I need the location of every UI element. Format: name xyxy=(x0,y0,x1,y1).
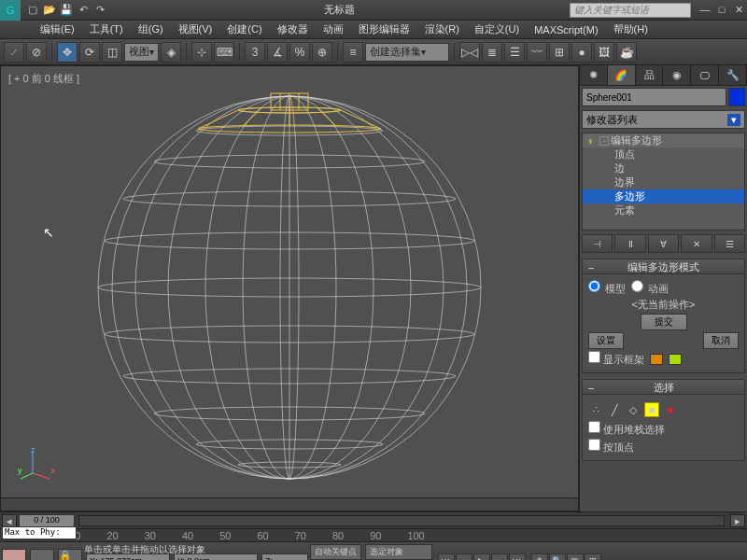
stack-vertex[interactable]: 顶点 xyxy=(583,147,744,161)
cancel-button[interactable]: 取消 xyxy=(703,332,739,349)
menu-help[interactable]: 帮助(H) xyxy=(606,21,655,38)
radio-model[interactable]: 模型 xyxy=(588,280,626,296)
modifier-stack[interactable]: ♀-编辑多边形 顶点 边 边界 多边形 元素 xyxy=(582,133,745,231)
open-icon[interactable]: 📂 xyxy=(42,3,57,18)
show-end-icon[interactable]: Ⅱ xyxy=(614,234,645,253)
radio-anim[interactable]: 动画 xyxy=(631,280,669,296)
menu-anim[interactable]: 动画 xyxy=(316,21,351,38)
menu-create[interactable]: 创建(C) xyxy=(219,21,269,38)
remove-mod-icon[interactable]: ✕ xyxy=(681,234,712,253)
render-setup-icon[interactable]: 🖼 xyxy=(594,42,614,63)
help-search[interactable] xyxy=(570,3,691,18)
viewport-label[interactable]: [ + 0 前 0 线框 ] xyxy=(8,72,79,86)
unique-icon[interactable]: ∀ xyxy=(648,234,679,253)
menu-tools[interactable]: 工具(T) xyxy=(82,21,131,38)
time-next-icon[interactable]: ▸ xyxy=(730,514,745,527)
minimize-icon[interactable]: — xyxy=(698,4,712,17)
menu-grapheditor[interactable]: 图形编辑器 xyxy=(351,21,417,38)
show-cage-checkbox[interactable]: 显示框架 xyxy=(588,351,644,367)
modifier-list-dropdown[interactable]: 修改器列表▾ xyxy=(582,110,745,129)
configure-icon[interactable]: ☰ xyxy=(714,234,745,253)
subobj-polygon-icon[interactable]: ■ xyxy=(644,402,659,417)
schematic-icon[interactable]: ⊞ xyxy=(549,42,570,63)
next-frame-icon[interactable]: ▸ xyxy=(491,553,508,561)
lock-icon[interactable]: 🔒 xyxy=(58,549,82,561)
max-viewport-icon[interactable]: ⊞ xyxy=(585,553,601,561)
use-stack-sel-checkbox[interactable]: 使用堆栈选择 xyxy=(588,421,665,437)
selection-set-dropdown[interactable]: 创建选择集 ▾ xyxy=(365,43,449,62)
subobj-vertex-icon[interactable]: ∴ xyxy=(588,402,603,417)
sphere-wireframe[interactable] xyxy=(93,91,486,485)
percent-snap-icon[interactable]: % xyxy=(289,42,310,63)
status-grid2[interactable] xyxy=(30,549,54,561)
curve-editor-icon[interactable]: 〰 xyxy=(527,42,547,63)
maxscript-listener[interactable]: Max to Phy: xyxy=(2,526,77,539)
object-name-input[interactable] xyxy=(582,88,726,106)
object-color-swatch[interactable] xyxy=(728,88,745,106)
status-grid1[interactable] xyxy=(2,549,26,561)
menu-customize[interactable]: 自定义(U) xyxy=(467,21,527,38)
angle-snap-icon[interactable]: ∡ xyxy=(267,42,288,63)
tab-modify[interactable]: 🌈 xyxy=(608,65,636,85)
zoom-icon[interactable]: 🔍 xyxy=(549,553,566,561)
tab-display[interactable]: 🖵 xyxy=(691,65,719,85)
prev-frame-icon[interactable]: ◂ xyxy=(456,553,472,561)
menu-group[interactable]: 组(G) xyxy=(131,21,171,38)
tab-create[interactable]: ✺ xyxy=(580,65,608,85)
viewport-front[interactable]: [ + 0 前 0 线框 ] ↖ xyxy=(0,65,579,511)
by-vertex-checkbox[interactable]: 按顶点 xyxy=(588,439,634,455)
time-prev-icon[interactable]: ◂ xyxy=(2,514,17,527)
time-slider[interactable]: ◂ 0 / 100 ▸ xyxy=(0,511,747,528)
subobj-element-icon[interactable]: ■ xyxy=(663,402,678,417)
rotate-icon[interactable]: ⟳ xyxy=(79,42,100,63)
pin-stack-icon[interactable]: ⊣ xyxy=(582,234,613,253)
menu-modifiers[interactable]: 修改器 xyxy=(270,21,316,38)
stack-element[interactable]: 元素 xyxy=(583,203,744,217)
unlink-icon[interactable]: ⊘ xyxy=(26,42,47,63)
move-icon[interactable]: ✥ xyxy=(57,42,78,63)
auto-key-button[interactable]: 自动关键点 xyxy=(310,544,361,560)
stack-polygon[interactable]: 多边形 xyxy=(583,189,744,203)
time-thumb[interactable]: 0 / 100 xyxy=(19,514,75,527)
stack-edit-poly[interactable]: ♀-编辑多边形 xyxy=(583,133,744,147)
viewport-scrollbar[interactable] xyxy=(1,497,578,511)
goto-end-icon[interactable]: ⏭ xyxy=(509,553,526,561)
undo-icon[interactable]: ↶ xyxy=(76,3,91,18)
align-icon[interactable]: ≣ xyxy=(482,42,502,63)
material-editor-icon[interactable]: ● xyxy=(571,42,592,63)
menu-view[interactable]: 视图(V) xyxy=(171,21,220,38)
maximize-icon[interactable]: □ xyxy=(714,4,729,17)
select-manip-icon[interactable]: ⊹ xyxy=(191,42,212,63)
pan-icon[interactable]: ✥ xyxy=(531,553,548,561)
refcoord-dropdown[interactable]: 视图 ▾ xyxy=(124,43,159,62)
select-link-icon[interactable]: ⟋ xyxy=(4,42,24,63)
commit-button[interactable]: 提交 xyxy=(641,314,687,330)
snap-toggle-icon[interactable]: 3 xyxy=(245,42,265,63)
layers-icon[interactable]: ☰ xyxy=(504,42,525,63)
mirror-icon[interactable]: ▷◁ xyxy=(459,42,480,63)
named-sel-icon[interactable]: ≡ xyxy=(343,42,363,63)
pivot-icon[interactable]: ◈ xyxy=(161,42,181,63)
tab-hierarchy[interactable]: 品 xyxy=(636,65,664,85)
coord-z[interactable] xyxy=(261,553,308,561)
save-icon[interactable]: 💾 xyxy=(59,3,74,18)
render-icon[interactable]: ☕ xyxy=(616,42,637,63)
time-track[interactable] xyxy=(78,515,725,526)
subobj-edge-icon[interactable]: ╱ xyxy=(607,402,622,417)
app-logo[interactable]: G xyxy=(0,0,21,21)
goto-start-icon[interactable]: ⏮ xyxy=(438,553,455,561)
menu-edit[interactable]: 编辑(E) xyxy=(33,21,82,38)
new-icon[interactable]: ▢ xyxy=(25,3,40,18)
fov-icon[interactable]: ▣ xyxy=(567,553,584,561)
stack-edge[interactable]: 边 xyxy=(583,161,744,175)
menu-render[interactable]: 渲染(R) xyxy=(417,21,467,38)
scale-icon[interactable]: ◫ xyxy=(102,42,122,63)
tab-motion[interactable]: ◉ xyxy=(663,65,691,85)
play-icon[interactable]: ▶ xyxy=(473,553,490,561)
tab-utilities[interactable]: 🔧 xyxy=(719,65,747,85)
redo-icon[interactable]: ↷ xyxy=(92,3,107,18)
stack-border[interactable]: 边界 xyxy=(583,175,744,189)
close-icon[interactable]: ✕ xyxy=(731,4,746,17)
settings-button[interactable]: 设置 xyxy=(588,332,624,349)
spinner-snap-icon[interactable]: ⊕ xyxy=(312,42,332,63)
